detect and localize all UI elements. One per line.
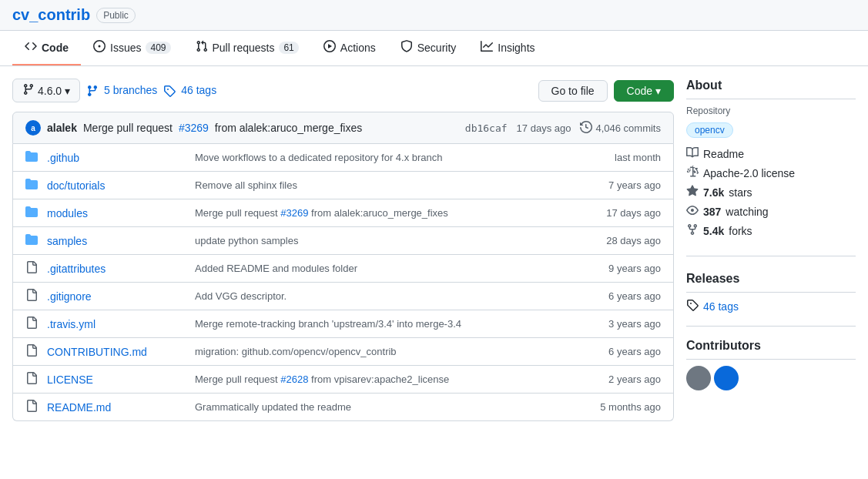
table-row: .github Move workflows to a dedicated re… <box>13 144 673 172</box>
table-row: CONTRIBUTING.md migration: github.com/op… <box>13 338 673 366</box>
about-section: About Repository opencv Readme Apache-2.… <box>686 79 856 240</box>
security-icon <box>400 40 413 55</box>
insights-label: Insights <box>498 42 535 54</box>
watchers-label: watching <box>726 206 768 218</box>
sidebar-divider <box>686 256 856 256</box>
commit-hash[interactable]: db16caf <box>465 122 508 134</box>
contributors-section: Contributors <box>686 339 856 390</box>
tag-icon <box>686 299 699 313</box>
tab-issues[interactable]: Issues 409 <box>81 31 183 65</box>
tab-security[interactable]: Security <box>388 31 469 65</box>
commit-message-start: Merge pull request <box>83 122 173 134</box>
forks-label: forks <box>729 225 752 237</box>
tab-insights[interactable]: Insights <box>468 31 547 65</box>
table-row: doc/tutorials Remove all sphinx files 7 … <box>13 172 673 199</box>
file-commit-samples: update python samples <box>195 235 567 246</box>
file-name-github[interactable]: .github <box>47 152 186 164</box>
file-time-github: last month <box>576 152 661 163</box>
file-commit-contributing: migration: github.com/opencv/opencv_cont… <box>195 346 567 357</box>
folder-icon <box>25 178 38 193</box>
file-commit-github: Move workflows to a dedicated repository… <box>195 152 567 163</box>
releases-tags-link[interactable]: 46 tags <box>703 300 739 313</box>
file-name-gitattributes[interactable]: .gitattributes <box>47 263 186 275</box>
file-time-doc: 7 years ago <box>576 179 661 191</box>
forks-value: 5.4k <box>703 225 724 237</box>
opencv-tag[interactable]: opencv <box>686 122 733 138</box>
tab-pull-requests[interactable]: Pull requests 61 <box>183 31 311 65</box>
commits-count: 4,046 commits <box>595 122 661 134</box>
releases-section: Releases 46 tags <box>686 272 856 313</box>
file-name-samples[interactable]: samples <box>47 235 186 247</box>
main-container: 4.6.0 ▾ 5 branches 46 tags Go to file Co… <box>0 66 868 434</box>
commit-count: 4,046 commits <box>580 121 661 136</box>
file-name-contributing[interactable]: CONTRIBUTING.md <box>47 346 186 358</box>
contributor-avatar <box>714 366 739 390</box>
commit-bar: a alalek Merge pull request #3269 from a… <box>12 112 674 144</box>
file-name-readme[interactable]: README.md <box>47 401 186 414</box>
contributors-title: Contributors <box>686 339 856 360</box>
license-label: Apache-2.0 license <box>703 167 795 179</box>
file-commit-license: Merge pull request #2628 from vpisarev:a… <box>195 373 567 385</box>
star-icon <box>686 185 699 199</box>
file-icon <box>25 400 38 414</box>
file-time-travis: 3 years ago <box>576 318 661 330</box>
tab-actions[interactable]: Actions <box>311 31 388 65</box>
folder-icon <box>25 206 38 220</box>
file-icon <box>25 372 38 387</box>
insights-icon <box>481 40 493 55</box>
file-name-license[interactable]: LICENSE <box>47 373 186 386</box>
commit-link-2628[interactable]: #2628 <box>280 373 308 385</box>
tags-count: 46 tags <box>181 84 216 96</box>
about-title: About <box>686 79 856 99</box>
eye-icon <box>686 204 699 219</box>
commit-bar-right: db16caf 17 days ago 4,046 commits <box>465 121 661 136</box>
branch-bar-left: 4.6.0 ▾ 5 branches 46 tags <box>12 79 216 102</box>
code-button[interactable]: Code ▾ <box>614 80 674 102</box>
code-icon: Code <box>627 85 652 97</box>
stars-stat: 7.6k stars <box>686 183 856 202</box>
repo-header: cv_contrib Public <box>0 0 868 31</box>
license-link[interactable]: Apache-2.0 license <box>686 163 856 183</box>
commit-message-end: from alalek:aruco_merge_fixes <box>215 122 362 134</box>
stars-value: 7.6k <box>703 186 724 199</box>
file-commit-gitattributes: Added README and modules folder <box>195 263 567 274</box>
branch-bar: 4.6.0 ▾ 5 branches 46 tags Go to file Co… <box>12 79 674 102</box>
file-name-modules[interactable]: modules <box>47 207 186 219</box>
branch-bar-right: Go to file Code ▾ <box>538 80 675 102</box>
commit-bar-left: a alalek Merge pull request #3269 from a… <box>25 120 362 136</box>
file-icon <box>25 344 38 359</box>
folder-icon <box>25 150 38 165</box>
tab-code[interactable]: Code <box>12 31 81 65</box>
history-icon <box>580 121 592 136</box>
tags-link[interactable]: 46 tags <box>163 84 216 97</box>
actions-label: Actions <box>340 42 376 54</box>
visibility-badge: Public <box>96 8 136 23</box>
commit-pr-link[interactable]: #3269 <box>179 122 209 134</box>
branch-selector[interactable]: 4.6.0 ▾ <box>12 79 80 102</box>
repo-name[interactable]: cv_contrib <box>12 6 90 24</box>
file-table: .github Move workflows to a dedicated re… <box>12 144 674 421</box>
file-icon <box>25 317 38 331</box>
repository-subtitle: Repository <box>686 106 856 116</box>
issues-count: 409 <box>146 42 170 54</box>
repo-content: 4.6.0 ▾ 5 branches 46 tags Go to file Co… <box>12 79 674 421</box>
avatar: a <box>25 120 41 136</box>
commit-link-3269[interactable]: #3269 <box>280 207 308 219</box>
file-time-readme: 5 months ago <box>576 401 661 413</box>
table-row: modules Merge pull request #3269 from al… <box>13 199 673 227</box>
forks-stat: 5.4k forks <box>686 221 856 240</box>
sidebar-divider-2 <box>686 326 856 327</box>
goto-file-button[interactable]: Go to file <box>538 80 608 102</box>
code-chevron: ▾ <box>655 85 661 97</box>
readme-link[interactable]: Readme <box>686 144 856 163</box>
file-name-gitignore[interactable]: .gitignore <box>47 290 186 303</box>
readme-label: Readme <box>703 148 744 160</box>
branches-link[interactable]: 5 branches <box>86 84 157 97</box>
commit-author: alalek <box>47 122 77 134</box>
actions-icon <box>323 40 336 55</box>
file-name-doc[interactable]: doc/tutorials <box>47 179 186 192</box>
security-label: Security <box>417 42 457 54</box>
current-branch: 4.6.0 <box>38 85 62 97</box>
file-name-travis[interactable]: .travis.yml <box>47 318 186 330</box>
file-time-gitignore: 6 years ago <box>576 290 661 302</box>
